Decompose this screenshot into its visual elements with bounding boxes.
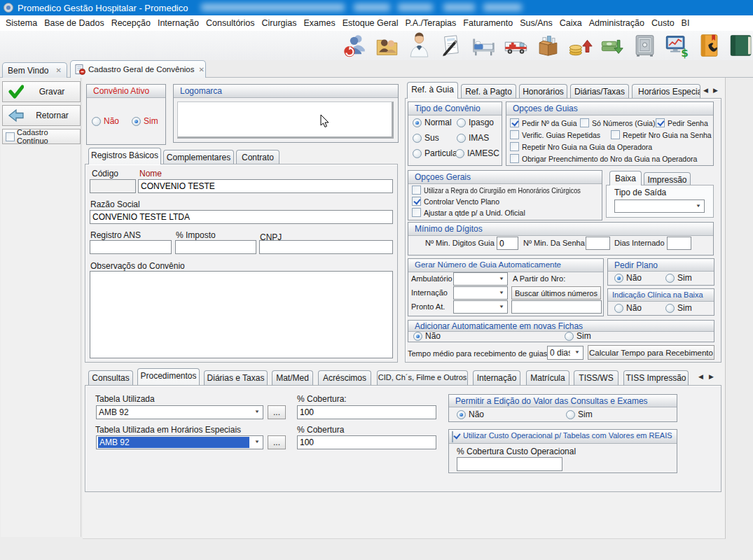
pedir-plano-sim-radio[interactable]: Sim xyxy=(665,273,692,283)
tempo-medio-combobox[interactable]: 0 dias▼ xyxy=(547,346,583,360)
checkbox-icon[interactable] xyxy=(656,118,665,127)
radio-icon[interactable] xyxy=(413,332,422,341)
nome-input[interactable] xyxy=(138,179,393,193)
patients-folder-icon[interactable] xyxy=(373,32,401,59)
checkbox-icon[interactable] xyxy=(412,197,421,206)
tab-scroll-left-icon[interactable]: ◀ xyxy=(703,87,708,94)
menu-pa-terapias[interactable]: P.A./Terapias xyxy=(406,18,457,28)
checkbox-icon[interactable] xyxy=(611,130,620,139)
radio-icon[interactable] xyxy=(614,274,623,283)
tipo-iamesc-radio[interactable]: IAMESC xyxy=(455,148,499,158)
registro-ans-input[interactable] xyxy=(90,240,172,254)
cadastro-continuo-checkbox[interactable]: Cadastro Contínuo xyxy=(2,129,81,144)
checkbox-icon[interactable] xyxy=(412,208,421,217)
pedir-plano-nao-radio[interactable]: Não xyxy=(614,273,642,283)
tipo-particular-radio[interactable]: Particular xyxy=(413,148,460,158)
checkbox-icon[interactable] xyxy=(510,142,519,151)
tab-internacao-bottom[interactable]: Internação xyxy=(473,370,520,385)
min-digitos-guia-input[interactable] xyxy=(497,237,518,250)
permitir-nao-radio[interactable]: Não xyxy=(457,410,484,419)
adicionar-nao-radio[interactable]: Não xyxy=(413,331,441,341)
tab-honorarios[interactable]: Honorários xyxy=(519,84,567,99)
checkbox-icon[interactable] xyxy=(510,154,519,163)
tab-scroll-right-icon[interactable]: ▶ xyxy=(709,373,714,380)
a-partir-nro-input[interactable] xyxy=(511,300,602,314)
radio-icon[interactable] xyxy=(413,118,422,127)
ambulatorio-combobox[interactable]: ▼ xyxy=(453,272,508,286)
tab-contrato[interactable]: Contrato xyxy=(236,150,279,164)
menu-base-de-dados[interactable]: Base de Dados xyxy=(44,18,104,28)
tab-horarios-especiais[interactable]: Horários Especiais xyxy=(632,84,700,99)
tab-ref-a-pagto[interactable]: Ref. à Pagto xyxy=(461,84,516,99)
menu-estoque-geral[interactable]: Estoque Geral xyxy=(343,18,399,28)
radio-icon[interactable] xyxy=(665,274,675,283)
tipo-saida-combobox[interactable]: ▼ xyxy=(614,200,705,213)
finance-chart-icon[interactable]: $ xyxy=(663,32,691,59)
checkbox-icon[interactable] xyxy=(412,186,421,195)
dias-internado-input[interactable] xyxy=(667,237,691,250)
menu-exames[interactable]: Exames xyxy=(304,18,336,28)
obrigar-preenchimento-checkbox[interactable]: Obrigar Preenchimento do Nro da Guia na … xyxy=(510,154,697,163)
tab-cadastro-geral-convenios[interactable]: Cadastro Geral de Convênios ✕ xyxy=(70,60,206,78)
checkbox-icon[interactable] xyxy=(510,118,519,127)
retornar-button[interactable]: Retornar xyxy=(2,105,81,126)
tab-acrescimos[interactable]: Acréscimos xyxy=(318,370,371,385)
stock-box-icon[interactable] xyxy=(534,32,562,59)
radio-icon[interactable] xyxy=(565,332,574,341)
tab-cid-chs-filme[interactable]: CID, Ch´s, Filme e Outros xyxy=(377,370,468,385)
tab-procedimentos[interactable]: Procedimentos xyxy=(137,368,200,385)
radio-icon[interactable] xyxy=(413,149,422,158)
menu-consultorios[interactable]: Consultórios xyxy=(206,18,254,28)
tab-registros-basicos[interactable]: Registros Básicos xyxy=(88,148,161,164)
tab-ref-a-guia[interactable]: Ref. à Guia xyxy=(407,82,458,99)
calcular-tempo-button[interactable]: Calcular Tempo para Recebimento xyxy=(588,345,714,360)
regra-cirurgiao-checkbox[interactable]: Utilizar a Regra do Cirurgião em Honorár… xyxy=(412,186,602,195)
cobertura1-input[interactable] xyxy=(297,405,436,419)
adicionar-sim-radio[interactable]: Sim xyxy=(565,331,591,341)
tab-scroll-left-icon[interactable]: ◀ xyxy=(698,373,703,380)
observacoes-textarea[interactable] xyxy=(90,271,393,358)
verific-guias-checkbox[interactable]: Verific. Guias Repetidas xyxy=(510,130,600,139)
radio-icon[interactable] xyxy=(92,117,101,126)
menu-caixa[interactable]: Caixa xyxy=(560,18,582,28)
close-icon[interactable]: ✕ xyxy=(52,66,62,74)
tab-diarias-e-taxas[interactable]: Diárias e Taxas xyxy=(204,370,268,385)
menu-internacao[interactable]: Internação xyxy=(158,18,199,28)
hospital-bed-icon[interactable] xyxy=(470,32,497,59)
radio-icon[interactable] xyxy=(566,410,575,419)
radio-icon[interactable] xyxy=(457,118,466,127)
tab-complementares[interactable]: Complementares xyxy=(163,150,234,164)
pedir-senha-checkbox[interactable]: Pedir Senha xyxy=(656,118,708,127)
payment-down-icon[interactable] xyxy=(599,32,626,59)
doctor-icon[interactable] xyxy=(406,32,433,59)
logomarca-image-area[interactable] xyxy=(177,102,394,139)
controlar-vencto-checkbox[interactable]: Controlar Vencto Plano xyxy=(412,197,499,206)
tab-bem-vindo[interactable]: Bem Vindo ✕ xyxy=(2,62,67,78)
tipo-ipasgo-radio[interactable]: Ipasgo xyxy=(457,118,494,127)
repetir-nro-senha-checkbox[interactable]: Repetir Nro Guia na Senha xyxy=(611,130,712,139)
tabela-utilizada-combobox[interactable]: AMB 92▼ xyxy=(96,405,263,419)
cobertura-custo-input[interactable] xyxy=(457,457,562,471)
pedir-num-guia-checkbox[interactable]: Pedir Nº da Guia xyxy=(510,118,577,127)
indicacao-nao-radio[interactable]: Não xyxy=(614,303,642,313)
menu-custo[interactable]: Custo xyxy=(651,18,675,28)
repetir-nro-guia-operadora-checkbox[interactable]: Repetir Nro Guia na Guia da Operadora xyxy=(510,142,652,151)
radio-icon[interactable] xyxy=(132,117,141,126)
radio-icon[interactable] xyxy=(614,304,623,313)
tab-tiss-impressao[interactable]: TISS Impressão xyxy=(623,370,689,385)
cobertura2-input[interactable] xyxy=(297,435,436,449)
close-icon[interactable]: ✕ xyxy=(195,66,205,74)
tab-matricula[interactable]: Matrícula xyxy=(526,370,569,385)
radio-icon[interactable] xyxy=(455,149,464,158)
indicacao-sim-radio[interactable]: Sim xyxy=(665,303,692,313)
permitir-sim-radio[interactable]: Sim xyxy=(566,410,593,419)
imposto-input[interactable] xyxy=(175,240,256,254)
menu-recepcao[interactable]: Recepção xyxy=(111,18,151,28)
min-senha-input[interactable] xyxy=(586,237,610,250)
surgery-document-icon[interactable] xyxy=(438,32,465,59)
custo-operacional-checkbox[interactable] xyxy=(452,431,453,442)
radio-icon[interactable] xyxy=(457,134,466,143)
convenio-ativo-sim-radio[interactable]: Sim xyxy=(132,116,158,126)
tab-mat-med[interactable]: Mat/Med xyxy=(272,370,313,385)
ambulance-icon[interactable] xyxy=(502,32,530,59)
